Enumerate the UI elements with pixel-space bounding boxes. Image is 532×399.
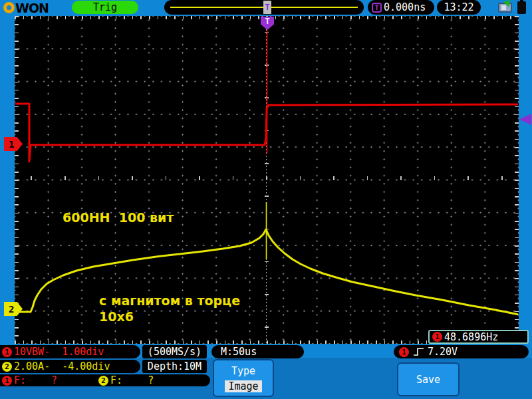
ch1-scale: 10VBW- — [14, 346, 50, 358]
scope-display: 600НН 100 вит с магнитом в торце 10x6 — [15, 16, 519, 344]
ch2-freq-label: F: — [110, 374, 122, 386]
freq-measure-readout: 1 F: ? 2 F: ? — [0, 374, 210, 386]
annotation-core-type: 600НН 100 вит — [63, 210, 174, 225]
ch2-scale: 2.00A- — [14, 360, 50, 372]
trigger-time-icon: T — [372, 3, 382, 13]
battery-icon — [517, 1, 526, 14]
ch1-offset: 1.00div — [62, 346, 104, 358]
trig-status-badge: Trig — [72, 1, 138, 14]
trigger-level-value: 7.20V — [428, 346, 458, 358]
waveform-preview-bar: T — [164, 0, 364, 15]
owon-logo: WON — [3, 1, 49, 15]
trigger-time-value: 0.000ns — [384, 1, 426, 13]
trigger-position-slider[interactable]: T — [263, 1, 271, 14]
trigger-time-readout: T 0.000ns — [368, 0, 434, 15]
ch1-badge: 1 — [399, 347, 409, 357]
ch1-freq-value: ? — [51, 374, 57, 386]
clock-value: 13:22 — [444, 1, 473, 13]
type-selected-value[interactable]: Image — [225, 380, 261, 392]
ch2-freq-value: ? — [148, 374, 154, 386]
timebase-readout: M:50us — [211, 345, 304, 358]
sample-rate-value: (500MS/s) — [148, 346, 201, 358]
annotation-magnet-note: с магнитом в торце — [99, 293, 240, 308]
trigger-level-readout: 1 7.20V — [394, 345, 529, 358]
memory-depth-value: Depth:10M — [148, 360, 201, 372]
clock-readout: 13:22 — [437, 0, 481, 15]
ch1-freq-label: F: — [14, 374, 26, 386]
ch1-badge: 1 — [2, 376, 12, 386]
save-button[interactable]: Save — [397, 362, 460, 396]
ch1-status-readout: 1 10VBW- 1.00div — [0, 345, 140, 358]
memory-depth-readout: Depth:10M — [142, 360, 207, 373]
bottom-status-area: 1 10VBW- 1.00div 2 2.00A- -4.00div (500M… — [0, 344, 532, 399]
trig-status-label: Trig — [93, 1, 117, 13]
type-button[interactable]: Type Image — [213, 359, 274, 397]
rising-edge-icon — [413, 347, 425, 356]
ch2-badge: 2 — [98, 376, 108, 386]
ch2-offset: -4.00div — [62, 360, 110, 372]
save-button-label: Save — [416, 374, 440, 386]
trigger-marker-label: T — [265, 17, 269, 30]
frequency-counter-readout: 1 48.6896Hz — [428, 330, 529, 344]
sample-rate-readout: (500MS/s) — [142, 345, 207, 358]
ch2-badge: 2 — [2, 362, 12, 372]
owon-logo-o-icon — [3, 2, 15, 13]
type-button-label: Type — [231, 365, 255, 377]
timebase-value: M:50us — [221, 346, 257, 358]
trigger-level-arrow-icon — [519, 114, 531, 125]
top-bar: WON Trig T T 0.000ns 13:22 — [0, 0, 532, 15]
owon-logo-text: WON — [15, 1, 49, 15]
annotation-magnet-size: 10x6 — [99, 309, 134, 324]
waveform-traces — [15, 16, 519, 344]
ch2-status-readout: 2 2.00A- -4.00div — [0, 360, 140, 373]
frequency-counter-value: 48.6896Hz — [444, 331, 498, 343]
ch1-badge: 1 — [2, 347, 12, 357]
ch1-marker-label: 1 — [9, 139, 14, 150]
ch2-marker-label: 2 — [9, 304, 14, 315]
usb-storage-icon — [498, 3, 512, 13]
ch1-badge: 1 — [432, 332, 442, 342]
